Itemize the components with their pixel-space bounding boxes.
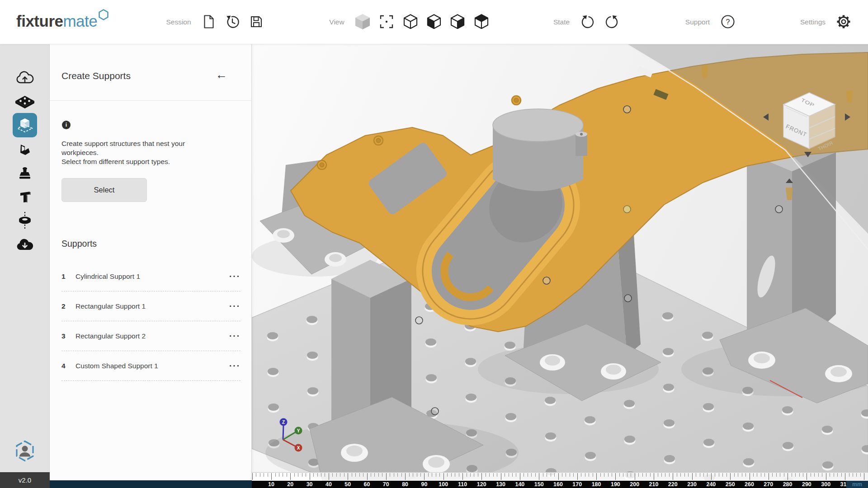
- support-menu-button[interactable]: ···: [229, 361, 241, 371]
- ruler-tick: [577, 473, 578, 480]
- ruler-tick: [367, 473, 368, 480]
- logo-hexagon-icon: [98, 9, 109, 21]
- stamp-label-icon[interactable]: [17, 166, 33, 180]
- view-cube-left-face-icon[interactable]: [427, 14, 441, 30]
- ruler-tick: [524, 473, 524, 477]
- ruler-tick: [673, 473, 673, 480]
- ruler-number: 200: [630, 481, 639, 488]
- support-list-item[interactable]: 2Rectangular Support 1···: [61, 291, 241, 321]
- description-line-2: Select from different support types.: [61, 157, 220, 166]
- ruler-tick: [325, 473, 325, 477]
- ruler-number: 50: [344, 481, 351, 488]
- export-download-icon[interactable]: [15, 238, 34, 251]
- ruler-number: 210: [649, 481, 659, 488]
- new-session-icon[interactable]: [203, 15, 215, 29]
- view-cube-top-face-icon[interactable]: [474, 14, 489, 30]
- support-name: Cylindrical Support 1: [75, 272, 229, 281]
- ruler-tick: [512, 473, 513, 477]
- version-bar: v2.0: [0, 472, 50, 488]
- logo-text-fixture: fixture: [16, 12, 63, 30]
- ruler-tick: [279, 473, 279, 477]
- view-zoom-fit-icon[interactable]: [380, 15, 394, 29]
- text-3d-icon[interactable]: [17, 189, 33, 204]
- ruler-number: 120: [477, 481, 486, 488]
- support-list-item[interactable]: 3Rectangular Support 2···: [61, 321, 241, 351]
- ruler-number: 160: [553, 481, 563, 488]
- ruler-tick: [742, 473, 742, 477]
- ruler-tick: [306, 473, 306, 477]
- redo-icon[interactable]: [604, 14, 619, 29]
- ruler-tick: [753, 473, 754, 477]
- ruler-tick: [489, 473, 490, 477]
- ruler-tick: [447, 473, 448, 477]
- panel-bottom-status-bar: [50, 480, 252, 488]
- ruler-number: 130: [496, 481, 505, 488]
- ruler-tick: [256, 473, 256, 477]
- ruler-tick: [397, 473, 398, 477]
- ruler-tick: [505, 473, 505, 477]
- ruler-tick: [596, 473, 597, 480]
- support-list-item[interactable]: 4Custom Shaped Support 1···: [61, 351, 241, 381]
- description-line-1: Create support structures that nest your…: [61, 139, 220, 157]
- axis-x-label: X: [297, 446, 300, 450]
- ruler-tick: [822, 473, 822, 477]
- panel-back-button[interactable]: ←: [213, 68, 230, 82]
- ruler-tick: [795, 473, 796, 477]
- support-menu-button[interactable]: ···: [229, 272, 241, 282]
- ruler-tick: [627, 473, 627, 477]
- import-upload-icon[interactable]: [15, 71, 34, 84]
- ruler-tick: [788, 473, 788, 480]
- ruler-tick: [336, 473, 337, 477]
- session-history-icon[interactable]: [225, 14, 240, 29]
- ruler-tick: [378, 473, 379, 477]
- viewport-3d[interactable]: TOP FRONT RIGHT Z Y X 102030405060708090…: [252, 44, 868, 488]
- ruler-tick: [283, 473, 283, 477]
- select-button[interactable]: Select: [61, 178, 147, 202]
- create-supports-tool-active[interactable]: [13, 113, 37, 137]
- ruler-tick: [294, 473, 295, 477]
- support-menu-button[interactable]: ···: [229, 301, 241, 311]
- support-list-item[interactable]: 1Cylindrical Support 1···: [61, 262, 241, 291]
- account-avatar-icon[interactable]: [14, 440, 35, 462]
- ruler-tick: [738, 473, 738, 477]
- ruler-number: 110: [458, 481, 467, 488]
- base-plate-icon[interactable]: [14, 95, 35, 109]
- ruler-tick: [516, 473, 516, 477]
- ruler-tick: [761, 473, 761, 477]
- ruler-number: 280: [783, 481, 793, 488]
- ruler-tick: [539, 473, 539, 480]
- ruler-number: 150: [534, 481, 544, 488]
- ruler-tick: [486, 473, 486, 477]
- ruler-tick: [799, 473, 800, 477]
- ruler-tick: [405, 473, 406, 480]
- help-icon[interactable]: ?: [721, 14, 736, 29]
- ruler-tick: [287, 473, 287, 477]
- ruler-tick: [803, 473, 803, 477]
- undo-icon[interactable]: [580, 14, 595, 29]
- ruler-tick: [252, 473, 253, 480]
- settings-gear-icon[interactable]: [835, 14, 852, 30]
- spacer-disc-icon[interactable]: [17, 211, 33, 230]
- ruler-unit-box[interactable]: mm: [846, 481, 868, 488]
- ruler-tick: [814, 473, 815, 477]
- view-cube-right-face-icon[interactable]: [450, 14, 465, 30]
- support-menu-button[interactable]: ···: [229, 331, 241, 341]
- save-session-icon[interactable]: [250, 15, 263, 28]
- ruler-tick: [830, 473, 830, 477]
- ruler-tick: [260, 473, 260, 477]
- ruler-tick: [501, 473, 501, 480]
- ruler-tick: [585, 473, 585, 477]
- view-wireframe-cube-icon[interactable]: [403, 14, 418, 30]
- ruler-tick: [554, 473, 555, 477]
- supports-cube-icon: [16, 116, 34, 134]
- nesting-shell-icon[interactable]: [17, 141, 33, 157]
- ruler-tick: [608, 473, 609, 477]
- panel-divider: [50, 100, 252, 101]
- ruler-tick: [275, 473, 276, 477]
- ruler-tick: [562, 473, 562, 477]
- support-cylinder-boss[interactable]: [493, 109, 587, 191]
- ruler-tick: [374, 473, 375, 477]
- ruler-tick: [619, 473, 620, 477]
- view-shaded-cube-icon[interactable]: [354, 13, 371, 31]
- ruler-tick: [459, 473, 459, 477]
